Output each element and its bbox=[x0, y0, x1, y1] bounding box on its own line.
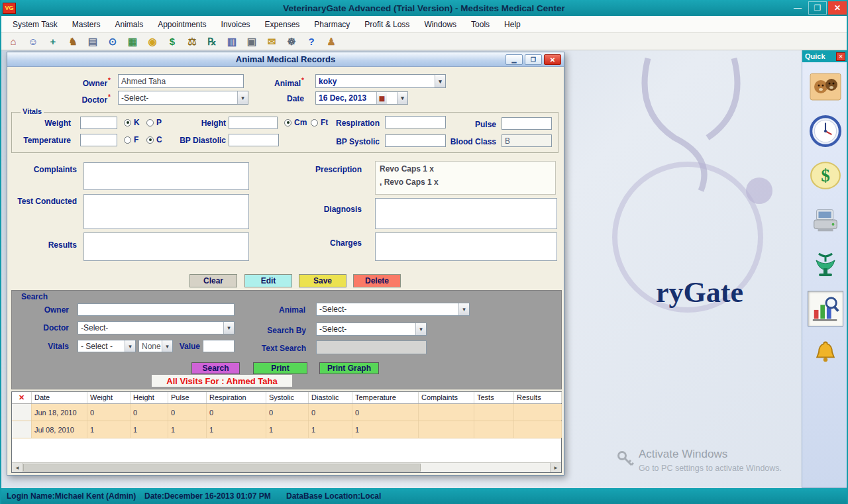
chevron-down-icon[interactable]: ▾ bbox=[223, 322, 234, 334]
weight-input[interactable] bbox=[80, 117, 117, 129]
help-icon[interactable]: ? bbox=[305, 35, 318, 48]
chevron-down-icon[interactable]: ▾ bbox=[237, 91, 248, 104]
height-input[interactable] bbox=[229, 117, 278, 129]
quick-reports-chart-icon[interactable] bbox=[808, 291, 843, 327]
vitals-operator-dropdown[interactable]: None ▾ bbox=[138, 340, 173, 352]
search-button[interactable]: Search bbox=[191, 362, 240, 374]
radio-icon[interactable] bbox=[284, 119, 292, 126]
menu-item-expenses[interactable]: Expenses bbox=[258, 17, 307, 32]
doctor-dropdown[interactable]: -Select- ▾ bbox=[118, 91, 248, 105]
staff-icon[interactable]: ☺ bbox=[26, 35, 40, 48]
radio-icon[interactable] bbox=[311, 119, 318, 126]
menu-item-profit-loss[interactable]: Profit & Loss bbox=[357, 17, 417, 32]
menu-item-appointments[interactable]: Appointments bbox=[150, 17, 213, 32]
quick-clock-icon[interactable] bbox=[808, 113, 843, 149]
restore-button[interactable]: ❐ bbox=[808, 1, 827, 15]
height-unit-ft-radio[interactable]: Ft bbox=[311, 118, 328, 127]
scroll-left-icon[interactable]: ◄ bbox=[12, 463, 23, 472]
menu-item-help[interactable]: Help bbox=[497, 17, 528, 32]
delete-button[interactable]: Delete bbox=[353, 274, 401, 287]
quick-printer-scanner-icon[interactable] bbox=[808, 202, 843, 238]
settings-wheel-icon[interactable]: ☸ bbox=[285, 35, 298, 48]
respiration-input[interactable] bbox=[385, 116, 446, 128]
animal-dropdown[interactable]: koky ▾ bbox=[315, 74, 446, 88]
results-textarea[interactable] bbox=[83, 232, 249, 261]
search-doctor-dropdown[interactable]: -Select- ▾ bbox=[78, 321, 235, 334]
complaints-textarea[interactable] bbox=[83, 162, 249, 190]
temp-unit-f-radio[interactable]: F bbox=[124, 135, 138, 144]
print-graph-button[interactable]: Print Graph bbox=[319, 362, 379, 374]
home-icon[interactable]: ⌂ bbox=[7, 35, 20, 48]
coins-icon[interactable]: ◉ bbox=[146, 35, 159, 48]
text-search-input[interactable] bbox=[316, 340, 427, 354]
date-picker[interactable]: 16 Dec, 2013 ▦ ▾ bbox=[315, 91, 408, 105]
prescription-box[interactable]: Revo Caps 1 x , Revo Caps 1 x bbox=[375, 161, 556, 195]
menu-item-system-task[interactable]: System Task bbox=[5, 17, 65, 32]
radio-icon[interactable] bbox=[124, 119, 131, 126]
horizontal-scrollbar[interactable]: ◄ ► bbox=[12, 462, 561, 472]
dialog-title-bar[interactable]: Animal Medical Records ▁ ❐ ✕ bbox=[7, 52, 564, 67]
user-icon[interactable]: ♟ bbox=[325, 35, 338, 48]
print-button[interactable]: Print bbox=[253, 362, 307, 374]
chevron-down-icon[interactable]: ▾ bbox=[415, 323, 426, 335]
temperature-input[interactable] bbox=[80, 134, 117, 146]
scroll-right-icon[interactable]: ► bbox=[550, 463, 561, 472]
search-by-dropdown[interactable]: -Select- ▾ bbox=[316, 323, 427, 336]
money-dollar-icon[interactable]: $ bbox=[166, 35, 179, 48]
chevron-down-icon[interactable]: ▾ bbox=[125, 340, 135, 352]
printer-icon[interactable]: ▣ bbox=[245, 35, 258, 48]
chevron-down-icon[interactable]: ▾ bbox=[397, 92, 407, 104]
delete-column-icon[interactable]: ✕ bbox=[12, 392, 32, 403]
temp-unit-c-radio[interactable]: C bbox=[146, 135, 162, 144]
close-button[interactable]: ✕ bbox=[828, 1, 847, 15]
chevron-down-icon[interactable]: ▾ bbox=[162, 340, 172, 352]
menu-item-pharmacy[interactable]: Pharmacy bbox=[307, 17, 357, 32]
quick-dollar-icon[interactable]: $ bbox=[808, 158, 843, 193]
search-owner-input[interactable] bbox=[78, 303, 235, 316]
menu-item-tools[interactable]: Tools bbox=[464, 17, 497, 32]
dialog-close-button[interactable]: ✕ bbox=[544, 54, 561, 65]
calendar-icon[interactable]: ▦ bbox=[376, 92, 387, 104]
value-input[interactable] bbox=[203, 340, 235, 352]
records-icon[interactable]: ▤ bbox=[86, 35, 99, 48]
quick-bell-icon[interactable] bbox=[808, 335, 843, 371]
radio-icon[interactable] bbox=[146, 119, 154, 126]
animals-icon[interactable]: ♞ bbox=[66, 35, 80, 48]
test-conducted-textarea[interactable] bbox=[83, 194, 249, 229]
calendar-icon[interactable]: ▦ bbox=[126, 35, 139, 48]
charges-textarea[interactable] bbox=[375, 232, 557, 261]
bp-diastolic-input[interactable] bbox=[229, 134, 279, 146]
search-vitals-dropdown[interactable]: - Select - ▾ bbox=[78, 340, 136, 352]
row-delete-cell[interactable] bbox=[12, 404, 32, 421]
clear-button[interactable]: Clear bbox=[189, 274, 237, 287]
mail-icon[interactable]: ✉ bbox=[265, 35, 278, 48]
pulse-input[interactable] bbox=[502, 117, 552, 130]
menu-item-windows[interactable]: Windows bbox=[417, 17, 464, 32]
bp-systolic-input[interactable] bbox=[385, 134, 446, 147]
dialog-restore-button[interactable]: ❐ bbox=[525, 54, 542, 65]
minimize-button[interactable]: — bbox=[788, 1, 807, 15]
weight-unit-p-radio[interactable]: P bbox=[146, 118, 162, 127]
chevron-down-icon[interactable]: ▾ bbox=[458, 303, 469, 315]
prescription-icon[interactable]: ℞ bbox=[205, 35, 219, 48]
diagnosis-textarea[interactable] bbox=[375, 198, 557, 229]
menu-item-animals[interactable]: Animals bbox=[108, 17, 151, 32]
appointments-clock-icon[interactable]: ⊙ bbox=[106, 35, 119, 48]
table-row[interactable]: Jun 18, 2010 0 0 0 0 0 0 0 bbox=[12, 404, 561, 421]
weight-unit-k-radio[interactable]: K bbox=[124, 118, 140, 127]
row-delete-cell[interactable] bbox=[12, 421, 32, 438]
save-button[interactable]: Save bbox=[299, 274, 346, 287]
table-row[interactable]: Jul 08, 2010 1 1 1 1 1 1 1 bbox=[12, 421, 561, 438]
scales-icon[interactable]: ⚖ bbox=[186, 35, 199, 48]
height-unit-cm-radio[interactable]: Cm bbox=[284, 118, 307, 127]
radio-icon[interactable] bbox=[124, 136, 131, 144]
doctor-icon[interactable]: + bbox=[46, 35, 60, 48]
quick-pharmacy-icon[interactable] bbox=[808, 246, 843, 282]
edit-button[interactable]: Edit bbox=[244, 274, 292, 287]
owner-input[interactable]: Ahmed Taha bbox=[118, 74, 244, 88]
quick-pets-photo-icon[interactable] bbox=[808, 69, 843, 105]
dialog-minimize-button[interactable]: ▁ bbox=[505, 54, 523, 65]
scrollbar-thumb[interactable] bbox=[23, 464, 421, 472]
radio-icon[interactable] bbox=[146, 136, 154, 144]
report-icon[interactable]: ▥ bbox=[225, 35, 238, 48]
